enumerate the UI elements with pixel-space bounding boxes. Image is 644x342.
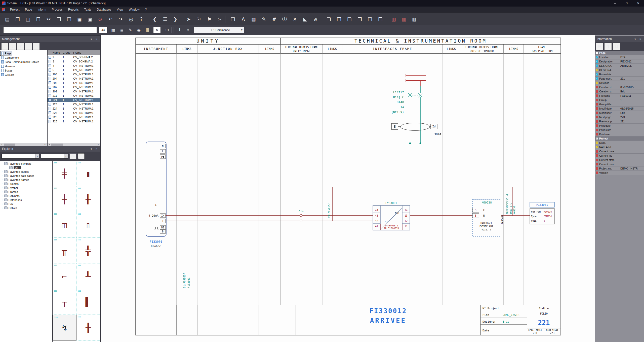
- wire-pointer-button[interactable]: ➣: [215, 14, 224, 24]
- expander-icon[interactable]: +: [1, 183, 3, 185]
- close-icon[interactable]: ×: [95, 38, 98, 41]
- table-row[interactable]: 225 1 CV_INSTRUM:1: [48, 111, 100, 115]
- menu-item[interactable]: ?: [142, 7, 150, 13]
- property-row[interactable]: Project na. DEMO_INSTR: [595, 166, 644, 171]
- paste-button[interactable]: ❏: [64, 14, 74, 24]
- hide-button[interactable]: ⌀: [311, 14, 320, 24]
- pdf-red-button[interactable]: ▥: [389, 14, 398, 24]
- explorer-tree-item[interactable]: DIF: [6, 166, 52, 170]
- explorer-tree-item[interactable]: + Favorites frames: [1, 178, 52, 182]
- open-project-button[interactable]: ❒: [13, 14, 22, 24]
- menu-item[interactable]: Databases: [94, 7, 114, 13]
- text-cursor-button[interactable]: I: [176, 26, 183, 33]
- explorer-tree-item[interactable]: + Cabinets: [1, 194, 52, 198]
- management-tree-item[interactable]: Harness: [1, 64, 16, 68]
- property-row[interactable]: Project: [595, 136, 644, 141]
- flag-tool-button[interactable]: ⚐: [194, 14, 204, 24]
- expander-icon[interactable]: +: [1, 207, 3, 209]
- print-button[interactable]: ▣: [75, 14, 84, 24]
- menu-item[interactable]: Project: [7, 7, 22, 13]
- scroll-left-icon[interactable]: ◂: [0, 143, 3, 146]
- filter-input[interactable]: [3, 27, 97, 33]
- lasso-button[interactable]: ◎: [126, 14, 136, 24]
- flag-filled-tool-button[interactable]: ⚑: [205, 14, 214, 24]
- table-tool-button[interactable]: ▦: [249, 14, 258, 24]
- expander-icon[interactable]: +: [1, 175, 3, 177]
- property-row[interactable]: Filename FOL0011: [595, 94, 644, 98]
- property-row[interactable]: Page: [595, 51, 644, 55]
- symbol-thumbnail[interactable]: $$$ ▮: [76, 161, 100, 186]
- pointer-button[interactable]: ➤: [184, 14, 193, 24]
- export-print-button[interactable]: ❐: [376, 14, 385, 24]
- explorer-tree-item[interactable]: + Projects: [1, 182, 52, 186]
- close-icon[interactable]: ×: [638, 38, 642, 41]
- export-copy-button[interactable]: ❐: [334, 14, 344, 24]
- property-row[interactable]: Current file: [595, 154, 644, 158]
- property-row[interactable]: Version: [595, 171, 644, 175]
- toolbar-separator[interactable]: [225, 15, 227, 23]
- property-row[interactable]: Revision: [595, 81, 644, 85]
- grid-size-input[interactable]: [153, 27, 161, 33]
- property-row[interactable]: Location DT4: [595, 55, 644, 59]
- target-button[interactable]: ⌖: [184, 26, 192, 33]
- symbol-thumbnail[interactable]: $$$ ↯: [53, 315, 76, 340]
- expander-icon[interactable]: +: [1, 199, 3, 201]
- archive-button[interactable]: ▥: [410, 14, 419, 24]
- property-row[interactable]: Print date: [595, 124, 644, 128]
- property-row[interactable]: NAFFAIRE: [595, 145, 644, 149]
- property-row[interactable]: Page num. 221: [595, 77, 644, 81]
- symbol-thumbnail[interactable]: $$$ ◫: [53, 212, 76, 238]
- explorer-tree-item[interactable]: + Favorites cables: [1, 170, 52, 174]
- property-row[interactable]: Creation d. 05/02/2015: [595, 85, 644, 89]
- menu-item[interactable]: Texts: [82, 7, 94, 13]
- property-row[interactable]: Current state: [595, 158, 644, 162]
- property-row[interactable]: Print user: [595, 132, 644, 136]
- expander-icon[interactable]: +: [1, 203, 3, 205]
- horizontal-scrollbar[interactable]: ◂ ▸: [0, 143, 47, 146]
- library-combo[interactable]: ▼: [41, 154, 68, 159]
- previous-page-button[interactable]: ❮: [150, 14, 159, 24]
- symbol-thumbnail[interactable]: $$$ ▯: [76, 212, 100, 238]
- lamp-button[interactable]: ◉: [135, 26, 143, 33]
- selection-button[interactable]: ☐: [33, 14, 43, 24]
- table-row[interactable]: 209 1 CV_INSTRUM:1: [48, 89, 100, 93]
- page-list-button[interactable]: ☰: [160, 14, 170, 24]
- symbol-thumbnail[interactable]: $$$ ╫: [76, 186, 100, 212]
- menu-item[interactable]: Reports: [65, 7, 82, 13]
- maximize-button[interactable]: □: [621, 0, 632, 7]
- table-row[interactable]: 224 1 CV_INSTRUM:1: [48, 106, 100, 111]
- property-row[interactable]: Next page 223: [595, 115, 644, 119]
- expander-icon[interactable]: +: [1, 187, 3, 189]
- filter-button[interactable]: ▼: [17, 43, 24, 50]
- scroll-right-icon[interactable]: ▸: [44, 143, 47, 146]
- symbol-thumbnail[interactable]: $$$ ┼: [53, 186, 76, 212]
- property-row[interactable]: Modif date 05/02/2015: [595, 107, 644, 111]
- property-row[interactable]: DESIGNA.: [595, 68, 644, 72]
- grid-button[interactable]: ▦: [109, 26, 117, 33]
- property-row[interactable]: Designation FI330012: [595, 59, 644, 64]
- list-view-button[interactable]: ☰: [25, 43, 32, 50]
- table-row[interactable]: 3 1 CV_SCHEMA:2: [48, 59, 100, 63]
- explorer-tree-item[interactable]: + Databases: [1, 198, 52, 202]
- explorer-tree-item[interactable]: + Favorites data bases: [1, 174, 52, 178]
- help-button[interactable]: ?: [137, 14, 146, 24]
- management-tree-item[interactable]: Component: [1, 55, 20, 60]
- symbol-edit-button[interactable]: ✎: [259, 14, 269, 24]
- management-tree-item[interactable]: Page: [1, 51, 12, 55]
- export-send-button[interactable]: ❏: [345, 14, 354, 24]
- export-mail-button[interactable]: ❐: [355, 14, 365, 24]
- toolbar-separator[interactable]: [181, 15, 183, 23]
- pin-icon[interactable]: ▾: [633, 38, 637, 41]
- next-page-button[interactable]: ❯: [171, 14, 180, 24]
- delete-button[interactable]: ⊘: [95, 14, 105, 24]
- copy-button[interactable]: ❐: [54, 14, 64, 24]
- add-property-button[interactable]: ⊞: [596, 43, 603, 50]
- symbol-thumbnail[interactable]: $$$ ╥: [53, 238, 76, 263]
- close-button[interactable]: ✕: [632, 0, 644, 7]
- table-row[interactable]: 211 1 CV_INSTRUM:1: [48, 93, 100, 98]
- scroll-thumb[interactable]: [51, 144, 63, 146]
- table-row[interactable]: 5 1 CV_INSTRUM:1: [48, 68, 100, 72]
- property-row[interactable]: Previous p. 211: [595, 119, 644, 124]
- close-icon[interactable]: ×: [95, 147, 98, 150]
- scroll-right-icon[interactable]: ▸: [97, 143, 100, 146]
